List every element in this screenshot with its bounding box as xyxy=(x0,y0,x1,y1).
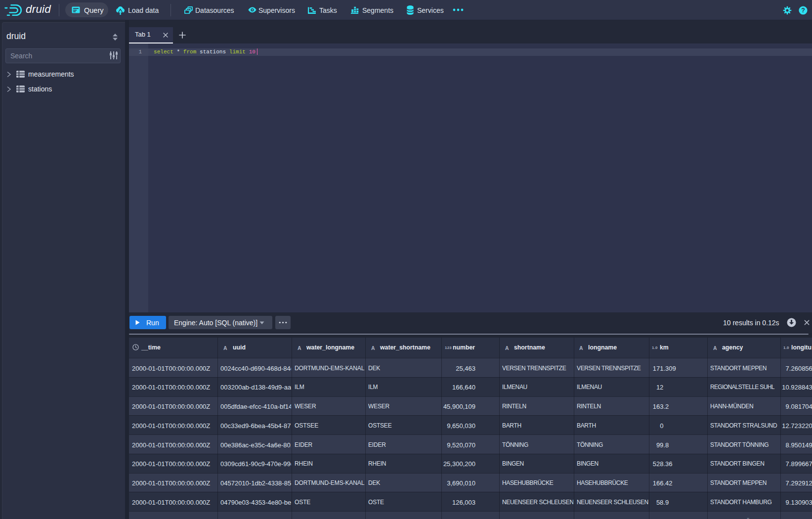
svg-text:?: ? xyxy=(801,7,805,14)
